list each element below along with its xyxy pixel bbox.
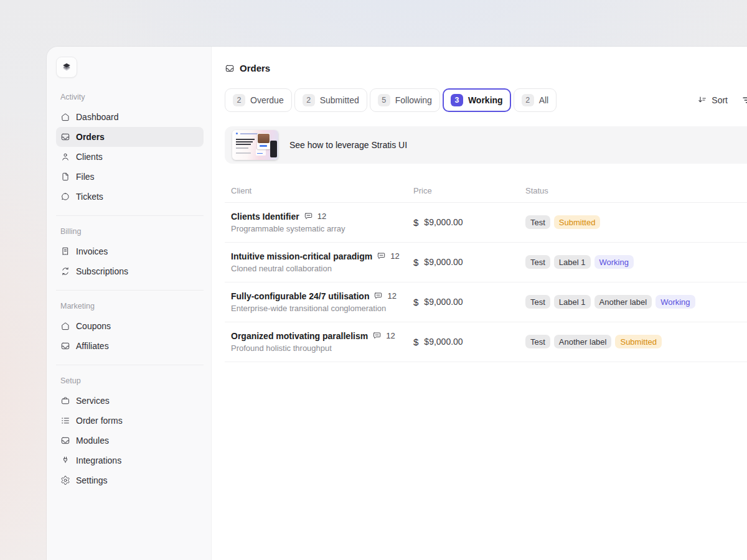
sidebar-item-label: Subscriptions (76, 266, 128, 276)
order-subtitle: Cloned neutral collaboration (231, 264, 413, 273)
tab-label: Following (395, 95, 432, 105)
sidebar-section-label: Activity (56, 93, 204, 101)
table-row[interactable]: Clients Identifier12Programmable systema… (225, 203, 747, 243)
client-cell: Fully-configurable 24/7 utilisation12Ent… (231, 291, 413, 313)
table-row[interactable]: Organized motivating parallelism12Profou… (225, 322, 747, 362)
comment-count: 12 (317, 212, 326, 221)
banner-thumbnail (232, 130, 278, 160)
status-badge-working: Working (594, 255, 634, 269)
order-title: Organized motivating parallelism (231, 331, 368, 341)
chat-icon (60, 192, 70, 202)
order-title: Clients Identifier (231, 212, 299, 222)
inbox-icon (60, 341, 70, 351)
sidebar-item-label: Order forms (76, 416, 123, 426)
status-badge-working: Working (655, 295, 695, 309)
client-cell: Intuitive mission-critical paradigm12Clo… (231, 251, 413, 273)
tab-overdue[interactable]: 2Overdue (225, 88, 292, 112)
tab-label: Overdue (250, 95, 284, 105)
user-icon (60, 152, 70, 162)
tab-count-badge: 2 (303, 94, 315, 106)
home-icon (60, 112, 70, 122)
order-subtitle: Programmable systematic array (231, 224, 413, 233)
app-window: ActivityDashboardOrdersClientsFilesTicke… (47, 47, 747, 560)
main-content: Orders 2Overdue2Submitted5Following3Work… (212, 47, 747, 560)
inbox-icon (60, 132, 70, 142)
sidebar-item-label: Modules (76, 436, 109, 446)
sidebar-item-services[interactable]: Services (56, 391, 204, 411)
banner-text: See how to leverage Stratis UI (289, 140, 407, 150)
tab-label: All (539, 95, 549, 105)
sidebar-item-tickets[interactable]: Tickets (56, 187, 204, 207)
sidebar-item-modules[interactable]: Modules (56, 431, 204, 450)
status-badge-test: Test (525, 335, 550, 348)
gear-icon (60, 475, 70, 485)
promo-banner[interactable]: See how to leverage Stratis UI (225, 126, 747, 164)
tab-count-badge: 2 (522, 94, 534, 106)
status-badge-test: Test (525, 215, 550, 229)
sidebar: ActivityDashboardOrdersClientsFilesTicke… (47, 47, 212, 560)
table-row[interactable]: Intuitive mission-critical paradigm12Clo… (225, 243, 747, 282)
sidebar-item-subscriptions[interactable]: Subscriptions (56, 261, 204, 281)
sidebar-section-label: Marketing (56, 302, 204, 310)
sidebar-item-orders[interactable]: Orders (56, 127, 204, 147)
sort-button[interactable]: Sort (697, 95, 728, 105)
dollar-icon: $ (413, 257, 418, 268)
status-cell: TestLabel 1Working (525, 255, 747, 269)
price-cell: $$9,000.00 (413, 337, 525, 347)
price-value: $9,000.00 (424, 337, 463, 347)
sidebar-item-integrations[interactable]: Integrations (56, 450, 204, 470)
sidebar-divider (56, 215, 204, 216)
inbox-icon (225, 63, 235, 73)
tab-following[interactable]: 5Following (370, 88, 440, 112)
comment-icon (374, 291, 383, 301)
comment-count: 12 (390, 251, 399, 261)
tab-submitted[interactable]: 2Submitted (294, 88, 367, 112)
sidebar-item-label: Services (76, 396, 110, 406)
filter-icon[interactable] (741, 95, 747, 106)
status-cell: TestAnother labelSubmitted (525, 335, 747, 348)
sidebar-item-dashboard[interactable]: Dashboard (56, 107, 204, 127)
sidebar-item-affiliates[interactable]: Affiliates (56, 336, 204, 356)
status-badge-another-label: Another label (554, 335, 612, 348)
app-logo[interactable] (56, 57, 77, 78)
filter-tabs: 2Overdue2Submitted5Following3Working2All… (225, 88, 747, 112)
tab-count-badge: 5 (378, 94, 390, 106)
sidebar-item-label: Dashboard (76, 112, 119, 122)
file-icon (60, 172, 70, 182)
sidebar-section-label: Setup (56, 376, 204, 385)
status-badge-another-label: Another label (594, 295, 652, 309)
sort-descending-icon (697, 95, 707, 105)
table-row[interactable]: Fully-configurable 24/7 utilisation12Ent… (225, 282, 747, 322)
briefcase-icon (60, 396, 70, 406)
sidebar-item-label: Settings (76, 475, 108, 485)
comment-count: 12 (387, 291, 396, 301)
toolbar-right: Sort (697, 95, 747, 106)
comment-count: 12 (386, 331, 395, 340)
tab-working[interactable]: 3Working (443, 88, 511, 112)
sidebar-item-files[interactable]: Files (56, 167, 204, 187)
sidebar-item-invoices[interactable]: Invoices (56, 241, 204, 261)
status-cell: TestLabel 1Another labelWorking (525, 295, 747, 309)
status-badge-submitted: Submitted (554, 215, 601, 229)
order-subtitle: Profound holistic throughput (231, 343, 413, 353)
sidebar-item-label: Clients (76, 152, 103, 162)
price-cell: $$9,000.00 (413, 297, 525, 307)
sidebar-item-coupons[interactable]: Coupons (56, 316, 204, 336)
sidebar-divider (56, 365, 204, 365)
orders-table: Client Price Status Clients Identifier12… (225, 179, 747, 362)
status-cell: TestSubmitted (525, 215, 747, 229)
sidebar-item-label: Files (76, 172, 95, 182)
tabs-container: 2Overdue2Submitted5Following3Working2All (225, 88, 559, 112)
sidebar-item-settings[interactable]: Settings (56, 470, 204, 490)
tab-label: Working (468, 95, 503, 105)
sidebar-item-order-forms[interactable]: Order forms (56, 411, 204, 431)
order-subtitle: Enterprise-wide transitional conglomerat… (231, 304, 413, 313)
page-header: Orders (225, 63, 747, 73)
sort-label: Sort (712, 95, 728, 105)
comment-icon (377, 251, 386, 261)
inbox-icon (60, 436, 70, 446)
tab-all[interactable]: 2All (514, 88, 557, 112)
sidebar-item-clients[interactable]: Clients (56, 147, 204, 167)
client-cell: Organized motivating parallelism12Profou… (231, 331, 413, 353)
sidebar-item-label: Orders (76, 132, 105, 142)
